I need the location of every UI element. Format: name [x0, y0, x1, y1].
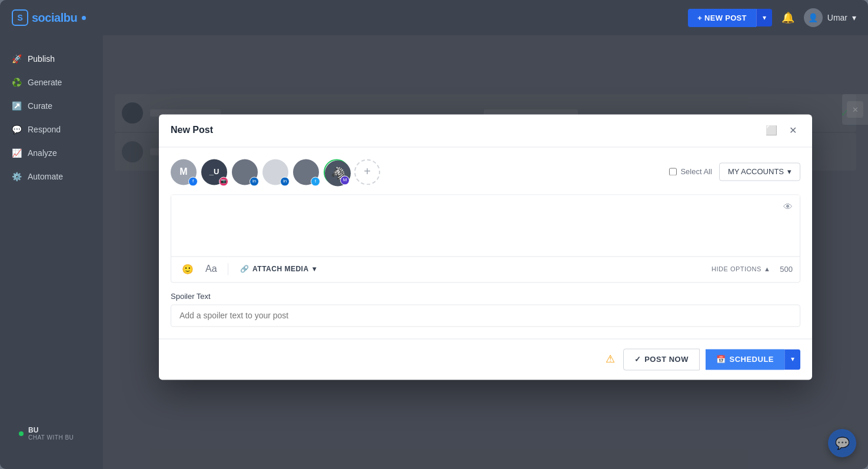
schedule-group: 📅 SCHEDULE ▾ — [706, 349, 800, 370]
sidebar-item-label: Generate — [28, 78, 62, 87]
select-all-checkbox[interactable] — [669, 168, 677, 175]
my-accounts-button[interactable]: MY ACCOUNTS ▾ — [719, 162, 800, 181]
publish-icon: 🚀 — [12, 54, 22, 64]
attach-chevron-icon: ▾ — [312, 265, 317, 273]
sidebar-item-label: Respond — [28, 125, 61, 134]
modal-maximize-button[interactable]: ⬜ — [762, 124, 781, 137]
chat-name: BU — [28, 426, 74, 434]
textarea-toolbar: 🙂 Aa 🔗 ATTACH MEDIA ▾ HIDE OPTIONS — [171, 256, 800, 282]
social-badge-li-2: in — [280, 177, 290, 186]
sidebar-item-label: Analyze — [28, 148, 57, 158]
social-badge-fb: f — [188, 177, 198, 186]
spoiler-input[interactable] — [171, 304, 800, 327]
paperclip-icon: 🔗 — [240, 265, 250, 273]
sidebar: 🚀 Publish ♻️ Generate ↗️ Curate 💬 Respon… — [0, 35, 103, 469]
emoji-button[interactable]: 🙂 — [178, 261, 197, 277]
modal-footer: ⚠ ✓ POST NOW 📅 SCHEDULE ▾ — [159, 338, 812, 380]
new-post-button[interactable]: + NEW POST — [688, 9, 756, 27]
spoiler-label: Spoiler Text — [171, 292, 800, 301]
post-content-input[interactable] — [171, 195, 800, 254]
account-avatar-1[interactable]: M f — [171, 159, 197, 185]
chat-status-dot — [19, 431, 24, 436]
account-avatars: M f _U 📷 in — [171, 159, 380, 185]
check-icon: ✓ — [634, 355, 641, 364]
notifications-icon[interactable]: 🔔 — [781, 11, 794, 24]
user-menu[interactable]: 👤 Umar ▾ — [804, 8, 856, 27]
schedule-button[interactable]: 📅 SCHEDULE — [706, 349, 784, 370]
curate-icon: ↗️ — [12, 101, 22, 111]
sidebar-item-analyze[interactable]: 📈 Analyze — [0, 141, 103, 165]
social-badge-li-1: in — [250, 177, 259, 186]
automate-icon: ⚙️ — [12, 172, 22, 181]
post-now-button[interactable]: ✓ POST NOW — [623, 348, 700, 370]
sidebar-item-label: Publish — [28, 54, 55, 64]
main-layout: 🚀 Publish ♻️ Generate ↗️ Curate 💬 Respon… — [0, 35, 868, 469]
logo: S socialbu — [12, 9, 86, 26]
text-format-button[interactable]: Aa — [202, 261, 221, 277]
logo-text: socialbu — [32, 11, 77, 25]
account-avatar-2[interactable]: _U 📷 — [201, 159, 227, 185]
account-selector: M f _U 📷 in — [171, 159, 800, 185]
account-avatar-3[interactable]: in — [232, 159, 258, 185]
avatar: 👤 — [804, 8, 823, 27]
chevron-down-icon: ▾ — [787, 167, 791, 176]
user-name: Umar — [827, 13, 847, 22]
content-area: ✓ ✕ 💬 New Post ⬜ — [103, 35, 868, 469]
attach-media-button[interactable]: 🔗 ATTACH MEDIA ▾ — [235, 262, 321, 275]
schedule-dropdown-button[interactable]: ▾ — [784, 349, 800, 370]
generate-icon: ♻️ — [12, 78, 22, 87]
chat-label: CHAT WITH BU — [28, 434, 74, 441]
char-count: 500 — [780, 265, 793, 274]
account-avatar-6[interactable]: 🦓 M — [324, 159, 350, 185]
post-textarea-wrap: 👁 🙂 Aa 🔗 ATTACH MEDIA ▾ — [171, 194, 800, 282]
post-now-group: ✓ POST NOW — [623, 348, 700, 370]
modal-body: M f _U 📷 in — [159, 147, 812, 338]
user-dropdown-icon: ▾ — [852, 13, 856, 22]
logo-dot — [82, 16, 86, 20]
chevron-up-icon: ▲ — [764, 265, 770, 272]
select-all-label[interactable]: Select All — [669, 167, 711, 176]
warning-icon: ⚠ — [606, 352, 615, 365]
sidebar-item-curate[interactable]: ↗️ Curate — [0, 94, 103, 118]
social-badge-tw: t — [311, 177, 320, 186]
analyze-icon: 📈 — [12, 148, 22, 158]
new-post-modal: New Post ⬜ ✕ M f — [159, 114, 812, 380]
account-selector-right: Select All MY ACCOUNTS ▾ — [669, 162, 800, 181]
sidebar-item-label: Automate — [28, 172, 63, 181]
social-badge-ig: 📷 — [219, 177, 228, 186]
hide-options-button[interactable]: HIDE OPTIONS ▲ — [711, 265, 770, 272]
modal-close-button[interactable]: ✕ — [786, 124, 800, 137]
sidebar-item-publish[interactable]: 🚀 Publish — [0, 47, 103, 71]
logo-icon: S — [12, 9, 28, 26]
sidebar-item-automate[interactable]: ⚙️ Automate — [0, 165, 103, 188]
add-account-button[interactable]: + — [354, 159, 380, 185]
new-post-dropdown[interactable]: ▾ — [756, 9, 772, 26]
spoiler-section: Spoiler Text — [171, 292, 800, 327]
social-badge-ms: M — [340, 175, 350, 185]
app-shell: S socialbu + NEW POST ▾ 🔔 👤 Umar ▾ 🚀 Pub… — [0, 0, 868, 469]
sidebar-item-generate[interactable]: ♻️ Generate — [0, 71, 103, 94]
sidebar-item-label: Curate — [28, 101, 52, 111]
preview-icon[interactable]: 👁 — [783, 202, 793, 212]
modal-header: New Post ⬜ ✕ — [159, 114, 812, 147]
modal-title: New Post — [171, 125, 213, 135]
modal-header-actions: ⬜ ✕ — [762, 124, 800, 137]
account-avatar-5[interactable]: t — [293, 159, 319, 185]
top-nav: S socialbu + NEW POST ▾ 🔔 👤 Umar ▾ — [0, 0, 868, 35]
calendar-icon: 📅 — [716, 355, 726, 364]
account-avatar-4[interactable]: in — [262, 159, 288, 185]
respond-icon: 💬 — [12, 125, 22, 134]
sidebar-item-respond[interactable]: 💬 Respond — [0, 118, 103, 141]
